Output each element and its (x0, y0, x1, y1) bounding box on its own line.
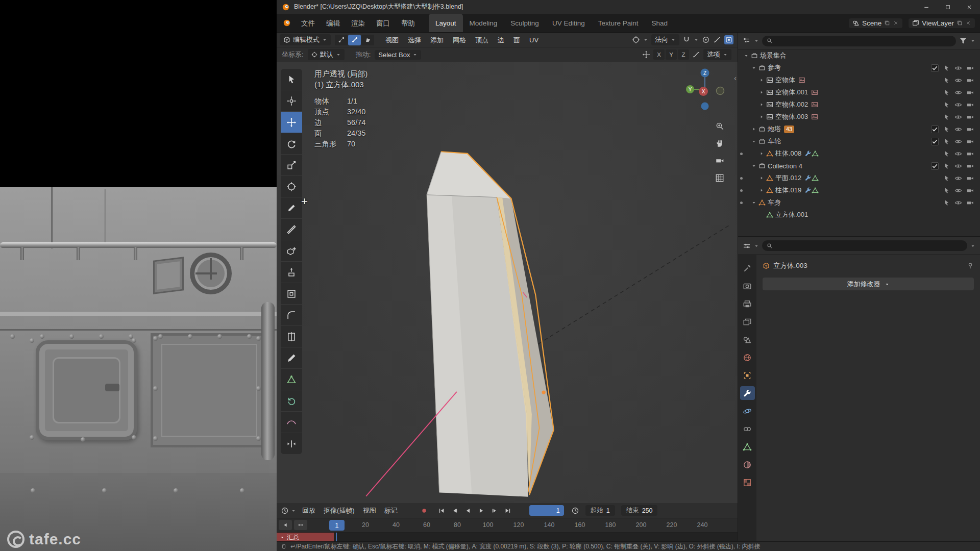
unlink-scene-icon[interactable] (893, 20, 899, 26)
toggle-eye-icon[interactable] (954, 187, 962, 194)
expand-down-icon[interactable] (750, 65, 757, 70)
zoom-button[interactable] (715, 121, 724, 131)
expand-right-icon[interactable] (757, 151, 765, 156)
toggle-cursor-icon[interactable] (943, 174, 950, 182)
outliner-row[interactable]: 车身 (738, 196, 980, 209)
toggle-eye-icon[interactable] (954, 150, 962, 158)
toggle-eye-icon[interactable] (954, 138, 962, 145)
pan-button[interactable] (715, 139, 724, 148)
outliner-row[interactable]: 空物体.002 (738, 98, 980, 111)
properties-search-input[interactable] (762, 240, 967, 251)
toggle-cursor-icon[interactable] (943, 113, 950, 121)
properties-tab-output[interactable] (740, 297, 755, 311)
viewlayer-selector[interactable]: ViewLayer (909, 18, 975, 28)
editor-type-caret-icon[interactable] (754, 38, 759, 43)
playhead[interactable]: 1 (329, 520, 345, 531)
timeline-ruler[interactable]: 1 20406080100120140160180200220240 (277, 518, 738, 533)
expand-down-icon[interactable] (750, 163, 757, 168)
transport-play-rev-button[interactable] (462, 505, 474, 516)
snap-base-icon[interactable] (692, 51, 700, 59)
expand-right-icon[interactable] (757, 188, 765, 193)
expand-right-icon[interactable] (757, 90, 765, 95)
outliner-row[interactable]: 场景集合 (738, 49, 980, 62)
outliner-editor-icon[interactable] (743, 37, 751, 45)
menu-help[interactable]: 帮助 (396, 14, 421, 33)
toggle-eye-icon[interactable] (954, 77, 962, 84)
edge-select-button[interactable] (348, 35, 361, 45)
blender-menu-button[interactable] (277, 19, 296, 27)
expand-right-icon[interactable] (757, 114, 765, 119)
menu-edge[interactable]: 边 (493, 33, 509, 47)
toggle-cursor-icon[interactable] (943, 126, 950, 133)
menu-window[interactable]: 窗口 (371, 14, 396, 33)
toggle-camera-icon[interactable] (966, 64, 974, 72)
frame-start-field[interactable]: 起始 1 (585, 505, 615, 516)
menu-edit[interactable]: 编辑 (321, 14, 346, 33)
frame-end-field[interactable]: 结束 250 (621, 505, 658, 516)
editor-type-caret-icon[interactable] (291, 508, 296, 513)
toggle-eye-icon[interactable] (954, 89, 962, 96)
menu-file[interactable]: 文件 (296, 14, 321, 33)
outliner-row[interactable]: 平面.012 (738, 172, 980, 184)
tool-rotate[interactable] (281, 133, 302, 154)
toggle-cursor-icon[interactable] (943, 101, 950, 109)
timeline-menu-markers[interactable]: 标记 (380, 503, 402, 518)
timeline-jump-button[interactable] (279, 520, 292, 530)
collection-checkbox[interactable] (931, 162, 939, 170)
pivot-caret-icon[interactable] (643, 37, 648, 42)
minimize-button[interactable] (916, 0, 937, 14)
timeline-menu-view[interactable]: 视图 (359, 503, 380, 518)
vertex-select-button[interactable] (335, 35, 348, 45)
camera-view-button[interactable] (715, 156, 724, 165)
preview-range-icon[interactable] (571, 507, 579, 515)
transport-prev-key-button[interactable] (449, 505, 461, 516)
properties-tab-world[interactable] (740, 350, 755, 364)
properties-tab-render[interactable] (740, 279, 755, 293)
workspace-tab-uv-editing[interactable]: UV Editing (546, 14, 592, 32)
tool-loop-cut[interactable] (281, 326, 302, 347)
drag-mode-dropdown[interactable]: Select Box (375, 50, 421, 60)
timeline-pan-button[interactable] (294, 520, 307, 530)
mirror-axis-y[interactable]: Y (666, 49, 677, 60)
collection-checkbox[interactable] (931, 126, 939, 133)
close-button[interactable] (959, 0, 980, 14)
tool-transform[interactable] (281, 176, 302, 197)
expand-right-icon[interactable] (750, 127, 757, 132)
menu-select[interactable]: 选择 (403, 33, 426, 47)
properties-tab-view-layer[interactable] (740, 315, 755, 329)
outliner-row[interactable]: 参考 (738, 62, 980, 74)
menu-render[interactable]: 渲染 (346, 14, 371, 33)
mirror-axis-x[interactable]: X (653, 49, 665, 60)
tool-edge-slide[interactable] (281, 433, 302, 454)
toggle-camera-icon[interactable] (966, 150, 974, 158)
transport-next-key-button[interactable] (488, 505, 501, 516)
properties-tab-object[interactable] (740, 368, 755, 382)
xray-toggle[interactable] (724, 35, 733, 44)
properties-tab-modifiers[interactable] (740, 386, 755, 400)
timeline-editor-icon[interactable] (281, 507, 289, 515)
outliner-row[interactable]: 空物体.003 (738, 111, 980, 123)
toggle-camera-icon[interactable] (966, 126, 974, 133)
collection-checkbox[interactable] (931, 138, 939, 145)
toggle-eye-icon[interactable] (954, 174, 962, 182)
toggle-eye-icon[interactable] (954, 64, 962, 72)
tool-cursor-3d[interactable] (281, 90, 302, 111)
tool-extrude-region[interactable] (281, 262, 302, 283)
properties-editor-icon[interactable] (743, 242, 751, 250)
toggle-cursor-icon[interactable] (943, 150, 950, 158)
options-dropdown[interactable]: 选项 (703, 49, 731, 60)
outliner-row[interactable]: 炮塔43 (738, 123, 980, 135)
outliner-row[interactable]: 立方体.001 (738, 209, 980, 221)
face-select-button[interactable] (361, 35, 374, 45)
outliner-row[interactable]: 空物体.001 (738, 86, 980, 98)
toggle-camera-icon[interactable] (966, 174, 974, 182)
tool-move[interactable] (281, 112, 302, 133)
outliner-search-input[interactable] (762, 36, 956, 46)
filter-icon[interactable] (959, 37, 967, 45)
outliner-row[interactable]: 车轮 (738, 135, 980, 147)
toggle-cursor-icon[interactable] (943, 138, 950, 145)
properties-tab-physics[interactable] (740, 404, 755, 418)
workspace-tab-layout[interactable]: Layout (429, 14, 463, 32)
maximize-button[interactable] (937, 0, 959, 14)
scene-selector[interactable]: Scene (849, 18, 902, 28)
